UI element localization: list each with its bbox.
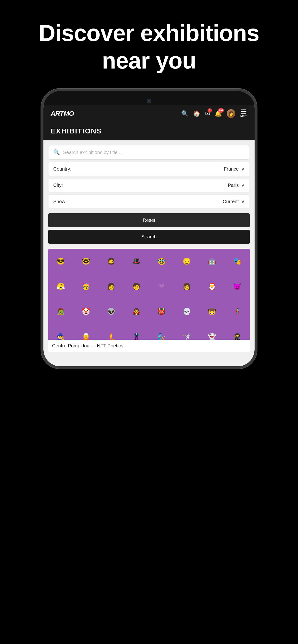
face-item: 👽 [99,299,124,324]
face-item: 👩 [99,274,124,299]
show-filter-right: Current ∨ [223,198,245,204]
nav-icons-group: 🔍 🏠 ✉ 2 🔔 197 👩 [181,109,247,118]
exhibition-image: 😎🤓🧔🎩🥸😏🤖🎭😤🥳👩🧑👾👩🎅😈🧟🤡👽🧛👹💀🤠🦸🧙🧝🧜🦹🧞🤺👻🥷🧑🦄🐱🐸🦊🐺🦁🐯… [48,249,250,340]
hamburger-icon [241,110,246,114]
face-item: 🤓 [73,249,99,274]
face-item: 👩 [174,274,199,299]
mail-badge: 2 [208,108,212,112]
bell-badge: 197 [218,108,224,112]
face-item: 🎭 [225,249,250,274]
face-item: 🤡 [73,299,99,324]
avatar-emoji: 👩 [228,111,234,116]
face-item: 👹 [149,299,174,324]
face-item: 🤺 [174,324,199,340]
face-item: 👻 [199,324,225,340]
search-icon: 🔍 [53,149,60,156]
country-chevron-icon: ∨ [241,166,245,172]
city-filter-right: Paris ∨ [228,182,245,188]
exhibitions-header: EXHIBITIONS [43,122,255,140]
bell-nav-icon[interactable]: 🔔 197 [215,110,222,117]
country-filter[interactable]: Country: France ∨ [48,162,250,176]
face-item: 🧟 [48,299,73,324]
avatar[interactable]: 👩 [227,109,235,118]
face-item: 🥳 [73,274,99,299]
more-label: More [240,114,247,118]
exhibitions-title: EXHIBITIONS [51,127,247,135]
face-item: 🤖 [199,249,225,274]
face-item: 🧙 [48,324,73,340]
search-input[interactable]: Search exhibitions by title... [63,150,121,155]
face-item: 🧑 [124,274,149,299]
face-item: 🧝 [73,324,99,340]
face-item: 🥷 [225,324,250,340]
search-button[interactable]: Search [48,230,250,244]
face-item: 💀 [174,299,199,324]
action-buttons: Reset Search [43,213,255,246]
face-item: 🧛 [124,299,149,324]
face-item: 🤠 [199,299,225,324]
face-item: 😏 [174,249,199,274]
face-item: 🎅 [199,274,225,299]
face-item: 🦹 [124,324,149,340]
country-filter-right: France ∨ [224,166,245,172]
bottom-spacer [43,352,255,366]
show-chevron-icon: ∨ [241,198,245,204]
face-item: 👾 [149,274,174,299]
country-value: France [224,166,239,172]
navigation-bar: ARTMO 🔍 🏠 ✉ 2 🔔 197 👩 [43,106,255,122]
show-label: Show: [53,199,67,204]
reset-button[interactable]: Reset [48,213,250,227]
exhibition-title: Centre Pompidou — NFT Poetics [48,340,250,352]
more-menu-button[interactable]: More [240,110,247,118]
phone-mockup: ARTMO 🔍 🏠 ✉ 2 🔔 197 👩 [41,89,257,369]
face-item: 🥸 [149,249,174,274]
phone-screen: ARTMO 🔍 🏠 ✉ 2 🔔 197 👩 [43,91,255,366]
country-label: Country: [53,166,72,172]
city-label: City: [53,182,63,188]
search-nav-icon[interactable]: 🔍 [181,110,188,117]
status-bar [43,91,255,106]
face-item: 😈 [225,274,250,299]
camera-notch [146,99,152,104]
exhibition-card[interactable]: 😎🤓🧔🎩🥸😏🤖🎭😤🥳👩🧑👾👩🎅😈🧟🤡👽🧛👹💀🤠🦸🧙🧝🧜🦹🧞🤺👻🥷🧑🦄🐱🐸🦊🐺🦁🐯… [48,249,250,352]
show-value: Current [223,199,239,204]
face-item: 🎩 [124,249,149,274]
face-item: 🧜 [99,324,124,340]
nft-faces-grid: 😎🤓🧔🎩🥸😏🤖🎭😤🥳👩🧑👾👩🎅😈🧟🤡👽🧛👹💀🤠🦸🧙🧝🧜🦹🧞🤺👻🥷🧑🦄🐱🐸🦊🐺🦁🐯… [48,249,250,340]
face-item: 🦸 [225,299,250,324]
face-item: 😤 [48,274,73,299]
show-filter[interactable]: Show: Current ∨ [48,194,250,208]
face-item: 🧔 [99,249,124,274]
home-nav-icon[interactable]: 🏠 [193,110,200,117]
mail-nav-icon[interactable]: ✉ 2 [205,110,210,117]
face-item: 😎 [48,249,73,274]
app-logo: ARTMO [51,110,175,118]
phone-frame: ARTMO 🔍 🏠 ✉ 2 🔔 197 👩 [41,89,257,369]
face-item: 🧞 [149,324,174,340]
headline: Discover exhibitions near you [25,0,274,89]
filters-section: Country: France ∨ City: Paris ∨ Show: [43,160,255,213]
city-value: Paris [228,182,239,188]
city-chevron-icon: ∨ [241,182,245,188]
search-bar[interactable]: 🔍 Search exhibitions by title... [48,145,250,160]
city-filter[interactable]: City: Paris ∨ [48,178,250,192]
